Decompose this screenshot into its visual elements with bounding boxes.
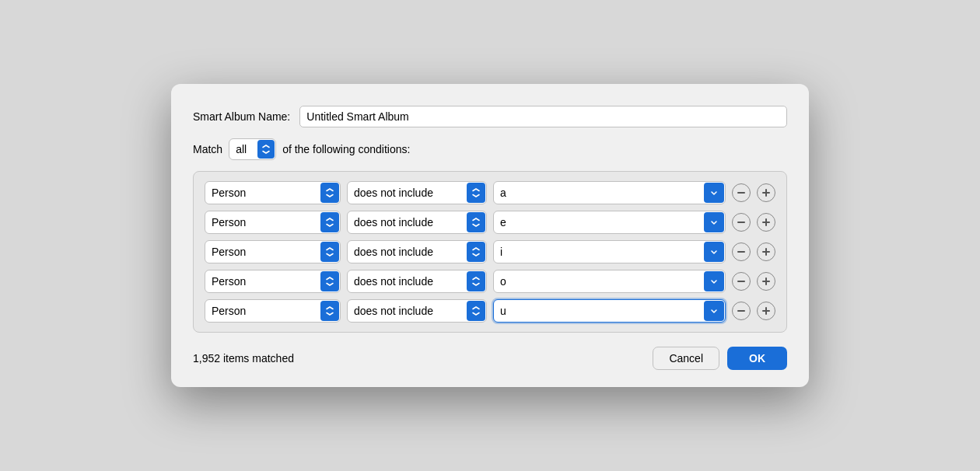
name-row: Smart Album Name: bbox=[193, 106, 787, 127]
value-wrapper-1 bbox=[493, 211, 726, 234]
name-label: Smart Album Name: bbox=[193, 110, 290, 123]
value-wrapper-3 bbox=[493, 270, 726, 293]
value-wrapper-2 bbox=[493, 240, 726, 263]
operator-select-wrapper-2: does not includeincludesis bbox=[347, 240, 487, 263]
svg-rect-14 bbox=[762, 310, 770, 312]
operator-select-wrapper-3: does not includeincludesis bbox=[347, 270, 487, 293]
svg-rect-3 bbox=[737, 222, 745, 223]
svg-rect-9 bbox=[737, 281, 745, 282]
field-select-wrapper: PersonCamera ModelKeyword bbox=[205, 240, 341, 263]
bottom-row: 1,952 items matched Cancel OK bbox=[193, 347, 787, 370]
match-select-wrapper: all any bbox=[229, 138, 276, 160]
match-suffix: of the following conditions: bbox=[282, 143, 410, 155]
operator-select-2[interactable]: does not includeincludesis bbox=[347, 240, 487, 263]
svg-rect-5 bbox=[762, 222, 770, 223]
value-wrapper-0 bbox=[493, 181, 726, 204]
add-condition-0[interactable] bbox=[757, 183, 775, 202]
field-select-2[interactable]: PersonCamera ModelKeyword bbox=[205, 240, 341, 263]
remove-condition-2[interactable] bbox=[732, 242, 751, 261]
svg-rect-12 bbox=[737, 310, 745, 312]
svg-rect-2 bbox=[762, 192, 770, 194]
value-input-0[interactable] bbox=[493, 181, 726, 204]
remove-condition-1[interactable] bbox=[732, 213, 751, 232]
add-condition-1[interactable] bbox=[757, 213, 775, 232]
condition-row: PersonCamera ModelKeyword does not inclu… bbox=[205, 299, 775, 323]
bottom-buttons: Cancel OK bbox=[653, 347, 787, 370]
field-select-0[interactable]: PersonCamera ModelKeyword bbox=[205, 181, 341, 204]
items-matched-label: 1,952 items matched bbox=[193, 352, 294, 365]
cancel-button[interactable]: Cancel bbox=[653, 347, 719, 370]
svg-rect-11 bbox=[762, 281, 770, 282]
field-select-wrapper: PersonCamera ModelKeyword bbox=[205, 211, 341, 234]
operator-select-1[interactable]: does not includeincludesis bbox=[347, 211, 487, 234]
add-condition-2[interactable] bbox=[757, 242, 775, 261]
smart-album-dialog: Smart Album Name: Match all any of the f… bbox=[171, 84, 809, 387]
condition-row: PersonCamera ModelKeyword does not inclu… bbox=[205, 211, 775, 234]
ok-button[interactable]: OK bbox=[727, 347, 787, 370]
value-input-2[interactable] bbox=[493, 240, 726, 263]
field-select-wrapper: PersonCamera ModelKeyword bbox=[205, 270, 341, 293]
remove-condition-3[interactable] bbox=[732, 272, 751, 291]
field-select-3[interactable]: PersonCamera ModelKeyword bbox=[205, 270, 341, 293]
svg-rect-0 bbox=[737, 192, 745, 194]
conditions-box: PersonCamera ModelKeyword does not inclu… bbox=[193, 171, 787, 333]
condition-row: PersonCamera ModelKeyword does not inclu… bbox=[205, 270, 775, 293]
field-select-wrapper: PersonCamera ModelKeyword bbox=[205, 299, 341, 323]
add-condition-4[interactable] bbox=[757, 302, 775, 320]
album-name-input[interactable] bbox=[299, 106, 787, 127]
match-row: Match all any of the following condition… bbox=[193, 138, 787, 160]
condition-row: PersonCamera ModelKeyword does not inclu… bbox=[205, 240, 775, 263]
operator-select-4[interactable]: does not includeincludesis bbox=[347, 299, 487, 323]
remove-condition-4[interactable] bbox=[732, 302, 751, 320]
value-input-3[interactable] bbox=[493, 270, 726, 293]
operator-select-wrapper-1: does not includeincludesis bbox=[347, 211, 487, 234]
match-select[interactable]: all any bbox=[229, 138, 276, 160]
field-select-4[interactable]: PersonCamera ModelKeyword bbox=[205, 299, 341, 323]
value-input-1[interactable] bbox=[493, 211, 726, 234]
field-select-1[interactable]: PersonCamera ModelKeyword bbox=[205, 211, 341, 234]
remove-condition-0[interactable] bbox=[732, 183, 751, 202]
add-condition-3[interactable] bbox=[757, 272, 775, 291]
match-prefix: Match bbox=[193, 143, 222, 155]
operator-select-0[interactable]: does not includeincludesis bbox=[347, 181, 487, 204]
operator-select-wrapper-4: does not includeincludesis bbox=[347, 299, 487, 323]
value-wrapper-4 bbox=[493, 299, 726, 323]
condition-row: PersonCamera ModelKeyword does not inclu… bbox=[205, 181, 775, 204]
operator-select-wrapper-0: does not includeincludesis bbox=[347, 181, 487, 204]
value-input-4[interactable] bbox=[493, 299, 726, 323]
operator-select-3[interactable]: does not includeincludesis bbox=[347, 270, 487, 293]
field-select-wrapper: PersonCamera ModelKeyword bbox=[205, 181, 341, 204]
svg-rect-8 bbox=[762, 251, 770, 253]
svg-rect-6 bbox=[737, 251, 745, 253]
